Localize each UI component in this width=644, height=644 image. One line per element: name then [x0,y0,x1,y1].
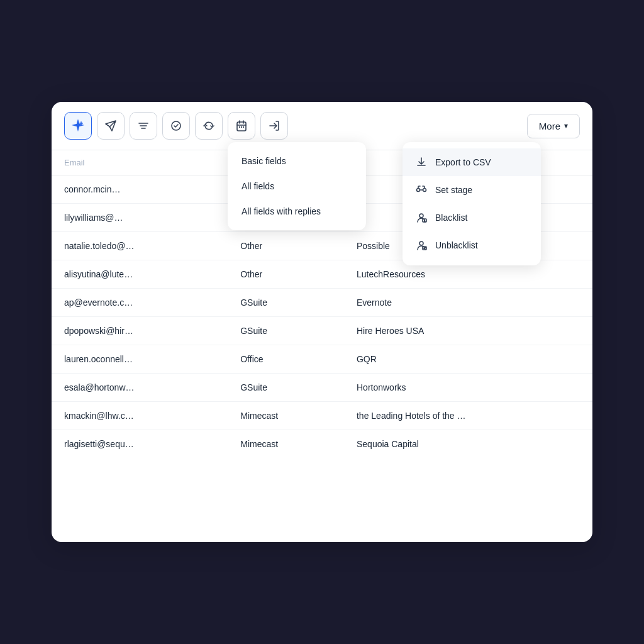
col3-cell: the Leading Hotels of the … [344,402,592,430]
svg-point-14 [419,214,423,218]
email-col-header: Email [52,150,228,175]
svg-rect-8 [239,126,240,128]
email-cell: natalie.toledo@… [52,232,228,260]
more-label: More [539,121,560,131]
col2-cell: Other [228,260,344,289]
export-button[interactable] [260,112,288,140]
col2-cell: Office [228,345,344,374]
dropdown-area: Basic fields All fields All fields with … [228,142,366,230]
more-button[interactable]: More ▾ [527,114,580,138]
email-cell: esala@hortonw… [52,374,228,402]
set-stage-item[interactable]: Set stage [402,176,541,204]
blacklist-icon [415,211,428,224]
all-fields-item[interactable]: All fields [228,174,366,199]
email-cell: lauren.oconnell… [52,345,228,374]
set-stage-label: Set stage [435,185,472,195]
col2-cell: Mimecast [228,430,344,458]
email-cell: connor.mcin… [52,175,228,204]
chevron-down-icon: ▾ [564,121,568,130]
send-button[interactable] [97,112,125,140]
email-cell: alisyutina@lute… [52,260,228,289]
svg-rect-10 [243,126,244,128]
email-cell: ap@evernote.c… [52,289,228,317]
email-cell: kmackin@lhw.c… [52,402,228,430]
filter-button[interactable] [130,112,157,140]
table-row[interactable]: dpopowski@hir… GSuite Hire Heroes USA [52,317,592,345]
col3-cell: Hortonworks [344,374,592,402]
blacklist-label: Blacklist [435,213,467,223]
more-dropdown: Export to CSV Set stage [402,142,541,265]
col2-cell: GSuite [228,374,344,402]
unblacklist-item[interactable]: Unblacklist [402,231,541,259]
email-cell: dpopowski@hir… [52,317,228,345]
main-card: More ▾ Basic fields All fields All field… [52,102,592,542]
unblacklist-label: Unblacklist [435,240,478,250]
col3-cell: Sequoia Capital [344,430,592,458]
fields-dropdown: Basic fields All fields All fields with … [228,142,366,230]
email-cell: lilywilliams@… [52,204,228,232]
table-row[interactable]: kmackin@lhw.c… Mimecast the Leading Hote… [52,402,592,430]
table-row[interactable]: ap@evernote.c… GSuite Evernote [52,289,592,317]
stage-icon [415,184,428,196]
export-csv-item[interactable]: Export to CSV [402,148,541,176]
sparkle-button[interactable] [64,112,92,140]
table-row[interactable]: esala@hortonw… GSuite Hortonworks [52,374,592,402]
table-row[interactable]: rlagisetti@sequ… Mimecast Sequoia Capita… [52,430,592,458]
svg-rect-9 [241,126,242,128]
task-button[interactable] [162,112,190,140]
col2-cell: GSuite [228,289,344,317]
col3-cell: GQR [344,345,592,374]
unblacklist-icon [415,239,428,252]
col3-cell: Evernote [344,289,592,317]
table-row[interactable]: lauren.oconnell… Office GQR [52,345,592,374]
col2-cell: Mimecast [228,402,344,430]
col2-cell: GSuite [228,317,344,345]
email-cell: rlagisetti@sequ… [52,430,228,458]
blacklist-item[interactable]: Blacklist [402,204,541,231]
svg-point-17 [425,221,425,222]
all-fields-replies-item[interactable]: All fields with replies [228,199,366,224]
col3-cell: Hire Heroes USA [344,317,592,345]
sync-button[interactable] [195,112,223,140]
basic-fields-item[interactable]: Basic fields [228,148,366,174]
col2-cell: Other [228,232,344,260]
download-icon [415,156,428,169]
export-csv-label: Export to CSV [435,157,491,167]
svg-point-18 [419,242,423,245]
calendar-button[interactable] [228,112,255,140]
